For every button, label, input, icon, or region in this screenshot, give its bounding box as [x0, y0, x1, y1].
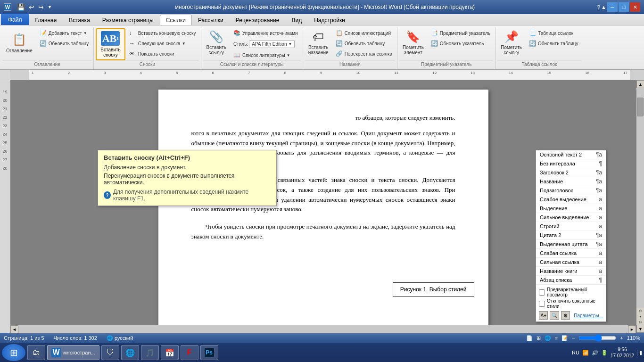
manage-styles-button[interactable]: ⚙ — [561, 311, 570, 320]
tooltip-line2: Перенумерация сносок в документе выполня… — [104, 173, 271, 186]
footnotes-small-btns: ↓ Вставить концевую сноску → Следующая с… — [126, 28, 199, 58]
insert-citation-button[interactable]: 📎 Вставитьссылку — [203, 28, 230, 57]
show-footnotes-button[interactable]: 👁 Показать сноски — [126, 49, 199, 58]
tab-file[interactable]: Файл — [1, 14, 29, 25]
disable-linked-checkbox[interactable]: Отключить связанные стили — [539, 298, 603, 309]
style-item[interactable]: Без интервала¶ — [536, 159, 606, 168]
style-item[interactable]: Абзац списка¶ — [536, 276, 606, 285]
insert-toa-button[interactable]: 📃 Таблица ссылок — [526, 28, 581, 38]
zoom-plus-btn[interactable]: + — [620, 335, 623, 341]
taskbar-schedule[interactable]: 📅 — [161, 345, 179, 360]
nav-down-button[interactable]: ⊙ — [636, 319, 644, 325]
taskbar-explorer[interactable]: 🗂 — [27, 345, 45, 360]
taskbar-lang[interactable]: RU — [572, 350, 579, 355]
next-footnote-button[interactable]: → Следующая сноска ▼ — [126, 39, 199, 48]
style-item[interactable]: Выделенная цитата¶a — [536, 240, 606, 249]
new-style-button[interactable]: A+ — [539, 311, 548, 320]
style-item[interactable]: Название книгиa — [536, 267, 606, 276]
mark-entry-button[interactable]: 🔖 Пометитьэлемент — [399, 28, 427, 57]
style-item[interactable]: Основной текст 2¶a — [536, 150, 606, 159]
scroll-track[interactable] — [636, 88, 644, 308]
taskbar-flash[interactable]: F — [181, 345, 198, 360]
update-toc-button[interactable]: 🔄 Обновить таблицу — [37, 39, 92, 48]
params-link[interactable]: Параметры... — [574, 313, 603, 318]
paragraph-1: то абзацев, которые следует изменить. — [191, 113, 455, 123]
update-captions-button[interactable]: 🔄 Обновить таблицу — [333, 39, 395, 48]
qa-dropdown[interactable]: ▼ — [47, 2, 53, 12]
tab-view[interactable]: Вид — [285, 15, 308, 25]
manage-sources-button[interactable]: 📚 Управление источниками — [231, 28, 301, 38]
select-browse-button[interactable]: ● — [636, 313, 644, 319]
insert-caption-button[interactable]: 🏷 Вставитьназвание — [305, 28, 332, 57]
collapse-ribbon-button[interactable]: ▲ — [601, 2, 606, 12]
add-text-button[interactable]: 📝 Добавить текст ▼ — [37, 28, 92, 38]
help-button[interactable]: ? — [597, 2, 600, 12]
style-item[interactable]: Строгийa — [536, 222, 606, 231]
illustrations-list-button[interactable]: 📋 Список иллюстраций — [333, 28, 395, 38]
style-item[interactable]: Сильная ссылкаa — [536, 258, 606, 267]
captions-content: 🏷 Вставитьназвание 📋 Список иллюстраций … — [305, 28, 395, 60]
show-desktop-btn[interactable]: ▮ — [637, 350, 642, 356]
start-button[interactable]: ⊞ — [2, 344, 25, 361]
style-item[interactable]: Цитата 2¶a — [536, 231, 606, 240]
insert-endnote-button[interactable]: ↓ Вставить концевую сноску — [126, 28, 199, 38]
scroll-thumb[interactable] — [637, 98, 644, 116]
style-item[interactable]: Заголовок 2¶a — [536, 168, 606, 177]
scroll-down-button[interactable]: ▼ — [636, 325, 644, 333]
style-dropdown[interactable]: APA Fifth Edition ▼ — [249, 40, 295, 48]
bibliography-button[interactable]: 📖 Список литературы ▼ — [231, 50, 301, 60]
view-fullscreen-btn[interactable]: ⊞ — [537, 335, 541, 341]
redo-button[interactable]: ↪ — [37, 2, 45, 12]
save-button[interactable]: 💾 — [16, 2, 26, 12]
minimize-button[interactable]: ─ — [607, 2, 618, 12]
view-print-btn[interactable]: 📄 — [526, 335, 533, 341]
update-toc-icon: 🔄 — [40, 40, 47, 47]
tab-home[interactable]: Главная — [29, 15, 63, 25]
maximize-button[interactable]: □ — [619, 2, 629, 12]
tab-mailings[interactable]: Рассылки — [192, 15, 230, 25]
tooltip-popup: Вставить сноску (Alt+Ctrl+F) Добавление … — [98, 150, 277, 206]
zoom-minus-btn[interactable]: − — [572, 335, 575, 341]
inspect-style-button[interactable]: 🔍 — [550, 311, 559, 320]
style-selector[interactable]: Стиль: APA Fifth Edition ▼ — [231, 39, 301, 49]
toc-button[interactable]: 📋 Оглавление — [3, 28, 36, 57]
undo-button[interactable]: ↩ — [28, 2, 35, 12]
update-index-button[interactable]: 🔄 Обновить указатель — [428, 39, 493, 48]
scroll-up-button[interactable]: ▲ — [636, 80, 644, 88]
cross-reference-button[interactable]: 🔗 Перекрестная ссылка — [333, 49, 395, 58]
mark-citation-button[interactable]: 📌 Пометитьссылку — [497, 28, 525, 57]
page-1[interactable]: то абзацев, которые следует изменить. ют… — [158, 90, 488, 325]
taskbar-antivirus[interactable]: 🛡 — [101, 345, 119, 360]
tab-page-layout[interactable]: Разметка страницы — [96, 15, 160, 25]
style-item[interactable]: Сильное выделениеa — [536, 213, 606, 222]
zoom-slider[interactable] — [578, 334, 616, 342]
style-item[interactable]: Слабое выделениеa — [536, 195, 606, 204]
insert-index-button[interactable]: 📑 Предметный указатель — [428, 28, 493, 38]
update-toa-button[interactable]: 🔄 Обновить таблицу — [526, 39, 581, 48]
insert-footnote-button[interactable]: AB1 Вставитьсноску — [96, 28, 125, 60]
index-small-btns: 📑 Предметный указатель 🔄 Обновить указат… — [428, 28, 493, 48]
tab-addins[interactable]: Надстройки — [308, 15, 351, 25]
tab-review[interactable]: Рецензирование — [230, 15, 286, 25]
scroll-left-button[interactable]: ◄ — [10, 325, 18, 333]
h-scroll-track[interactable] — [18, 325, 628, 333]
style-item[interactable]: Выделениеa — [536, 204, 606, 213]
view-web-btn[interactable]: 🌐 — [545, 335, 551, 341]
nav-up-button[interactable]: ⊙ — [636, 308, 644, 313]
style-panel-footer: Предварительный просмотр Отключить связа… — [536, 285, 606, 321]
close-button[interactable]: ✕ — [630, 2, 640, 12]
tab-insert[interactable]: Вставка — [63, 15, 96, 25]
style-item[interactable]: Название¶a — [536, 177, 606, 186]
taskbar-firefox[interactable]: 🌐 — [121, 345, 139, 360]
view-outline-btn[interactable]: ≡ — [555, 335, 558, 341]
style-item[interactable]: Подзаголовок¶a — [536, 186, 606, 195]
tab-references[interactable]: Ссылки — [160, 15, 192, 25]
taskbar-word[interactable]: W многостран... — [47, 345, 99, 360]
taskbar-media[interactable]: 🎵 — [141, 345, 159, 360]
view-draft-btn[interactable]: 📝 — [561, 335, 568, 341]
ruler-corner — [0, 70, 10, 80]
scroll-right-button[interactable]: ► — [628, 325, 636, 333]
preview-checkbox[interactable]: Предварительный просмотр — [539, 287, 603, 297]
taskbar-photoshop[interactable]: Ps — [200, 345, 218, 360]
style-item[interactable]: Слабая ссылкаa — [536, 249, 606, 258]
